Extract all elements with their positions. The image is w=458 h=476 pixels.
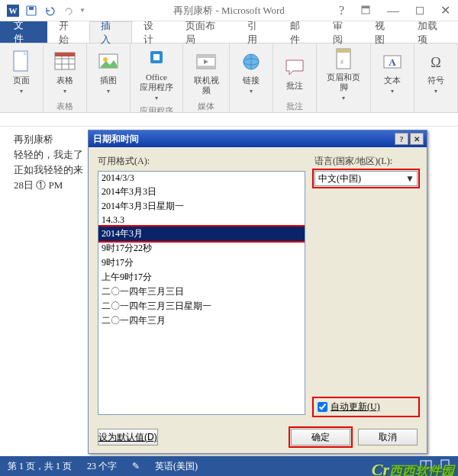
tab-mail[interactable]: 邮件: [279, 21, 321, 43]
symbol-icon: Ω: [424, 50, 448, 74]
tab-home[interactable]: 开始: [47, 21, 90, 43]
textbox-button[interactable]: A文本▾: [377, 48, 408, 98]
format-option[interactable]: 9时17分: [98, 256, 305, 270]
pictures-icon: [96, 50, 121, 74]
svg-text:Ω: Ω: [431, 55, 440, 70]
svg-text:W: W: [9, 6, 18, 15]
format-option[interactable]: 2014/3/3: [98, 172, 305, 185]
online-video-button[interactable]: 联机视频: [189, 48, 223, 97]
language-label: 语言(国家/地区)(L):: [314, 155, 418, 168]
window-title: 再别康桥 - Microsoft Word: [173, 4, 285, 18]
cancel-button[interactable]: 取消: [358, 429, 418, 445]
quick-access-toolbar: W ▼: [0, 0, 85, 21]
close-icon[interactable]: ✕: [437, 0, 453, 21]
svg-point-15: [103, 57, 108, 62]
dialog-title: 日期和时间: [93, 133, 139, 146]
svg-text:#: #: [340, 59, 344, 66]
svg-rect-6: [417, 7, 424, 14]
formats-listbox[interactable]: 2014/3/32014年3月3日2014年3月3日星期一14.3.32014年…: [98, 171, 305, 415]
format-option[interactable]: 二〇一四年三月三日星期一: [98, 299, 305, 314]
svg-rect-26: [337, 49, 350, 53]
dialog-close-icon[interactable]: ✕: [410, 133, 424, 145]
office-apps-icon: [144, 47, 169, 71]
table-icon: [53, 50, 77, 74]
textbox-icon: A: [380, 50, 405, 74]
ruler: [0, 113, 458, 127]
table-button[interactable]: 表格▾: [50, 48, 80, 98]
page-icon: [9, 50, 34, 74]
svg-rect-20: [197, 66, 215, 69]
language-combobox[interactable]: 中文(中国) ▼: [314, 171, 418, 186]
symbol-button[interactable]: Ω符号▾: [421, 48, 451, 98]
format-option[interactable]: 二〇一四年三月: [98, 314, 305, 328]
video-icon: [194, 50, 218, 74]
dialog-help-icon[interactable]: ?: [395, 133, 408, 145]
format-option[interactable]: 14.3.3: [98, 214, 305, 227]
tab-review[interactable]: 审阅: [321, 21, 364, 43]
svg-rect-5: [362, 6, 369, 8]
header-footer-button[interactable]: #页眉和页脚▾: [323, 45, 364, 105]
auto-update-checkbox[interactable]: 自动更新(U): [314, 399, 418, 415]
tab-addins[interactable]: 加载项: [406, 21, 458, 43]
set-default-button[interactable]: 设为默认值(D): [98, 429, 158, 445]
link-icon: [239, 50, 263, 74]
date-time-dialog: 日期和时间 ? ✕ 可用格式(A): 2014/3/32014年3月3日2014…: [88, 130, 427, 447]
pages-button[interactable]: 页面▾: [6, 48, 37, 98]
undo-icon[interactable]: [41, 2, 58, 19]
comment-icon: [282, 55, 307, 79]
tab-references[interactable]: 引用: [236, 21, 279, 43]
auto-update-input[interactable]: [318, 402, 327, 412]
chevron-down-icon[interactable]: ▼: [405, 173, 415, 185]
header-footer-icon: #: [331, 47, 356, 71]
qat-dropdown-icon[interactable]: ▼: [79, 7, 85, 14]
format-option[interactable]: 上午9时17分: [98, 270, 305, 285]
ribbon: 页面▾ 表格▾表格 插图▾ Office 应用程序▾应用程序 联机视频媒体 链接…: [0, 43, 458, 113]
redo-icon[interactable]: [60, 2, 76, 19]
help-icon[interactable]: ?: [336, 1, 347, 21]
word-logo-icon: W: [5, 2, 21, 19]
svg-rect-3: [29, 7, 34, 10]
ribbon-toggle-icon[interactable]: [358, 1, 373, 21]
tab-file[interactable]: 文件: [0, 21, 47, 43]
format-option[interactable]: 9时17分22秒: [98, 241, 305, 256]
illustrations-button[interactable]: 插图▾: [93, 48, 124, 98]
links-button[interactable]: 链接▾: [236, 48, 266, 98]
svg-rect-13: [55, 53, 75, 56]
formats-label: 可用格式(A):: [98, 155, 305, 168]
ribbon-tabs: 文件 开始 插入 设计 页面布局 引用 邮件 审阅 视图 加载项: [0, 21, 458, 43]
office-apps-button[interactable]: Office 应用程序▾: [137, 45, 176, 105]
dialog-titlebar[interactable]: 日期和时间 ? ✕: [89, 130, 427, 147]
tab-insert[interactable]: 插入: [89, 21, 132, 43]
tab-layout[interactable]: 页面布局: [174, 21, 236, 43]
save-icon[interactable]: [23, 2, 40, 19]
comment-button[interactable]: 批注: [279, 53, 310, 92]
format-option[interactable]: 2014年3月3日: [98, 185, 305, 199]
maximize-icon[interactable]: [413, 1, 427, 21]
titlebar: W ▼ 再别康桥 - Microsoft Word ? — ✕: [0, 0, 458, 21]
format-option[interactable]: 二〇一四年三月三日: [98, 285, 305, 299]
tab-view[interactable]: 视图: [363, 21, 406, 43]
format-option[interactable]: 2014年3月: [98, 227, 305, 241]
format-option[interactable]: 2014年3月3日星期一: [98, 199, 305, 214]
language-value: 中文(中国): [318, 172, 361, 185]
tab-design[interactable]: 设计: [132, 21, 175, 43]
svg-rect-19: [197, 55, 215, 58]
minimize-icon[interactable]: —: [384, 1, 402, 21]
ok-button[interactable]: 确定: [291, 429, 350, 445]
svg-text:A: A: [389, 56, 396, 68]
svg-rect-17: [153, 54, 160, 60]
